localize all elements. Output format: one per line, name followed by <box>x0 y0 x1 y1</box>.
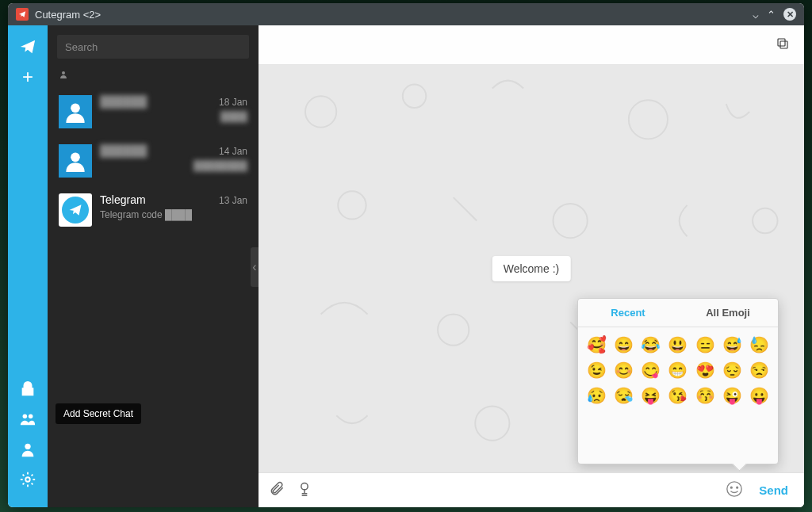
chat-item[interactable]: ██████ 18 Jan ████ <box>48 87 259 136</box>
svg-point-1 <box>29 415 33 419</box>
chat-info: ██████ 14 Jan ████████ <box>100 144 247 178</box>
emoji-cell[interactable]: 😅 <box>722 335 742 354</box>
emoji-cell[interactable]: 😄 <box>613 335 634 354</box>
chat-date: 13 Jan <box>219 195 247 206</box>
tooltip: Add Secret Chat <box>56 403 141 424</box>
compose-bar: Send <box>259 472 804 507</box>
emoji-cell[interactable]: 😜 <box>722 386 742 405</box>
chat-item[interactable]: Telegram 13 Jan Telegram code ████ <box>48 185 259 235</box>
svg-point-19 <box>301 483 308 489</box>
contacts-header-icon <box>48 68 259 87</box>
copy-icon[interactable] <box>776 36 790 54</box>
chat-name: ██████ <box>100 95 147 108</box>
svg-point-13 <box>553 204 588 238</box>
svg-point-10 <box>403 85 426 108</box>
emoji-tabs: Recent All Emoji <box>578 299 778 327</box>
emoji-cell[interactable]: 😊 <box>613 361 634 380</box>
send-button[interactable]: Send <box>754 483 793 497</box>
emoji-cell[interactable]: 🥰 <box>586 335 607 354</box>
chat-date: 14 Jan <box>219 146 247 157</box>
icon-rail: + <box>8 25 48 507</box>
svg-point-6 <box>71 153 80 162</box>
svg-point-0 <box>23 415 27 419</box>
emoji-cell[interactable]: 😃 <box>668 335 688 354</box>
svg-point-20 <box>727 481 741 495</box>
welcome-badge: Welcome :) <box>492 256 571 281</box>
svg-rect-8 <box>778 39 785 46</box>
gear-icon[interactable] <box>16 468 40 491</box>
chat-info: Telegram 13 Jan Telegram code ████ <box>100 193 247 227</box>
emoji-cell[interactable]: 😚 <box>695 386 715 405</box>
emoji-cell[interactable]: 😪 <box>613 386 634 405</box>
maximize-icon[interactable]: ⌃ <box>767 9 776 21</box>
emoji-tab-recent[interactable]: Recent <box>578 299 678 327</box>
chat-item[interactable]: ██████ 14 Jan ████████ <box>48 136 259 185</box>
top-bar <box>259 25 804 65</box>
search-input[interactable] <box>57 35 249 59</box>
avatar <box>59 193 92 227</box>
sidebar: ██████ 18 Jan ████ ██████ 14 Jan <box>48 25 259 507</box>
emoji-cell[interactable]: 😓 <box>749 335 770 354</box>
window-title: Cutegram <2> <box>35 9 753 21</box>
search-box <box>57 35 249 59</box>
sidebar-collapse-handle[interactable] <box>251 247 259 287</box>
chat-name: Telegram <box>100 193 146 206</box>
svg-point-2 <box>25 444 30 449</box>
emoji-cell[interactable]: 😂 <box>641 335 661 354</box>
emoji-cell[interactable]: 😔 <box>722 361 742 380</box>
emoji-cell[interactable]: 😝 <box>641 386 661 405</box>
svg-point-21 <box>731 487 733 488</box>
emoji-tab-all[interactable]: All Emoji <box>678 299 778 327</box>
person-icon[interactable] <box>16 437 40 461</box>
svg-point-12 <box>338 191 366 219</box>
emoji-cell[interactable]: 😘 <box>668 386 688 405</box>
titlebar: Cutegram <2> ⌵ ⌃ ✕ <box>8 3 804 25</box>
send-icon[interactable] <box>16 35 40 59</box>
chat-preview: ████████ <box>100 160 247 171</box>
svg-point-15 <box>438 315 469 346</box>
emoji-panel: Recent All Emoji 🥰😄😂😃😑😅😓😉😊😋😁😍😔😒😥😪😝😘😚😜😛 <box>577 298 779 464</box>
svg-point-14 <box>753 208 777 233</box>
chat-canvas: Welcome :) Recent All Emoji 🥰😄😂😃😑😅😓😉😊😋😁😍… <box>259 65 804 472</box>
emoji-cell[interactable]: 😋 <box>641 361 661 380</box>
svg-point-22 <box>737 487 738 488</box>
avatar <box>59 95 92 128</box>
emoji-cell[interactable]: 😛 <box>749 386 770 405</box>
svg-point-3 <box>25 477 30 482</box>
app-logo-icon <box>16 8 29 21</box>
emoji-cell[interactable]: 😥 <box>586 386 607 405</box>
window-controls: ⌵ ⌃ ✕ <box>753 8 796 21</box>
camera-icon[interactable] <box>297 481 312 500</box>
svg-point-11 <box>629 100 668 139</box>
emoji-grid: 🥰😄😂😃😑😅😓😉😊😋😁😍😔😒😥😪😝😘😚😜😛 <box>578 327 778 413</box>
svg-point-5 <box>71 104 80 113</box>
main-area: Welcome :) Recent All Emoji 🥰😄😂😃😑😅😓😉😊😋😁😍… <box>259 25 804 507</box>
svg-point-4 <box>62 71 65 75</box>
svg-point-9 <box>305 96 336 127</box>
emoji-cell[interactable]: 😒 <box>749 361 770 380</box>
chat-name: ██████ <box>100 144 147 157</box>
emoji-icon[interactable] <box>726 480 743 501</box>
svg-point-17 <box>475 406 509 440</box>
emoji-cell[interactable]: 😉 <box>586 361 607 380</box>
group-icon[interactable] <box>16 407 40 431</box>
new-chat-button[interactable]: + <box>16 65 40 89</box>
attach-icon[interactable] <box>270 481 285 500</box>
chat-info: ██████ 18 Jan ████ <box>100 95 247 128</box>
app-window: Cutegram <2> ⌵ ⌃ ✕ + <box>8 3 804 507</box>
emoji-cell[interactable]: 😍 <box>695 361 715 380</box>
chat-date: 18 Jan <box>219 97 247 108</box>
chat-list: ██████ 18 Jan ████ ██████ 14 Jan <box>48 87 259 507</box>
emoji-cell[interactable]: 😁 <box>668 361 688 380</box>
minimize-icon[interactable]: ⌵ <box>753 9 759 21</box>
avatar <box>59 144 92 178</box>
app-body: + <box>8 25 804 507</box>
chat-preview: ████ <box>100 111 247 122</box>
chat-preview: Telegram code ████ <box>100 209 247 220</box>
close-icon[interactable]: ✕ <box>783 8 796 21</box>
lock-icon[interactable] <box>16 377 40 401</box>
svg-rect-7 <box>780 41 787 48</box>
emoji-cell[interactable]: 😑 <box>695 335 715 354</box>
